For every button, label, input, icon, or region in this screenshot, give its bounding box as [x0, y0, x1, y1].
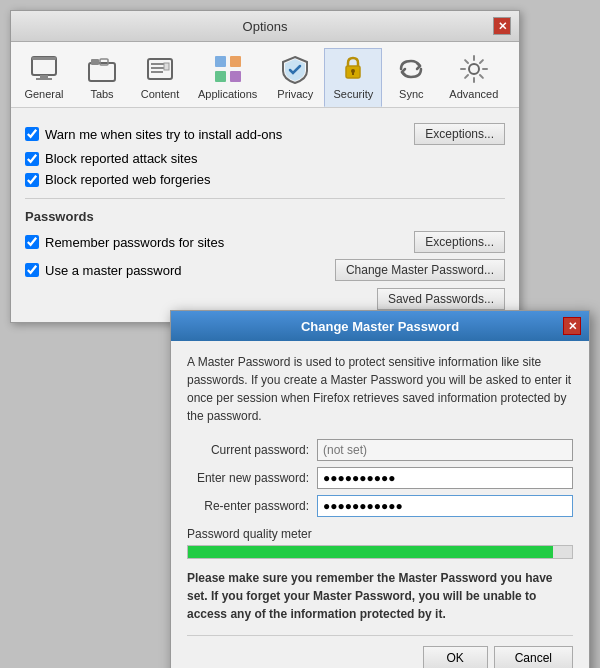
advanced-icon	[458, 53, 490, 85]
tab-security-label: Security	[333, 88, 373, 100]
reenter-password-row: Re-enter password:	[187, 495, 573, 517]
dialog-description: A Master Password is used to protect sen…	[187, 353, 573, 425]
tab-tabs[interactable]: Tabs	[73, 48, 131, 107]
tab-security[interactable]: Security	[324, 48, 382, 107]
quality-bar-background	[187, 545, 573, 559]
options-titlebar: Options ✕	[11, 11, 519, 42]
dialog-cancel-button[interactable]: Cancel	[494, 646, 573, 668]
reenter-password-input[interactable]	[317, 495, 573, 517]
tab-advanced[interactable]: Advanced	[440, 48, 507, 107]
quality-bar-fill	[188, 546, 553, 558]
remember-passwords-label: Remember passwords for sites	[45, 235, 224, 250]
general-icon	[28, 53, 60, 85]
dialog-title: Change Master Password	[197, 319, 563, 334]
master-password-checkbox[interactable]	[25, 263, 39, 277]
current-password-row: Current password:	[187, 439, 573, 461]
block-attack-checkbox[interactable]	[25, 152, 39, 166]
saved-passwords-button[interactable]: Saved Passwords...	[377, 288, 505, 310]
security-icon	[337, 53, 369, 85]
warn-addons-label: Warn me when sites try to install add-on…	[45, 127, 282, 142]
warn-addons-row: Warn me when sites try to install add-on…	[25, 120, 505, 148]
svg-rect-3	[40, 75, 48, 78]
svg-rect-18	[352, 71, 354, 75]
options-title: Options	[37, 19, 493, 34]
content-icon	[144, 53, 176, 85]
change-master-password-dialog: Change Master Password ✕ A Master Passwo…	[170, 310, 590, 668]
tab-tabs-label: Tabs	[90, 88, 113, 100]
block-attack-label: Block reported attack sites	[45, 151, 197, 166]
quality-meter-label: Password quality meter	[187, 527, 573, 541]
tab-sync-label: Sync	[399, 88, 423, 100]
warn-addons-checkbox[interactable]	[25, 127, 39, 141]
change-master-password-button[interactable]: Change Master Password...	[335, 259, 505, 281]
tab-privacy[interactable]: Privacy	[266, 48, 324, 107]
dialog-buttons: OK Cancel	[187, 635, 573, 668]
svg-rect-1	[32, 57, 56, 60]
tab-content[interactable]: Content	[131, 48, 189, 107]
new-password-row: Enter new password:	[187, 467, 573, 489]
svg-rect-2	[36, 78, 52, 80]
svg-rect-13	[230, 56, 241, 67]
new-password-input[interactable]	[317, 467, 573, 489]
dialog-titlebar: Change Master Password ✕	[171, 311, 589, 341]
svg-rect-8	[151, 63, 165, 65]
new-password-label: Enter new password:	[187, 471, 317, 485]
dialog-ok-button[interactable]: OK	[423, 646, 488, 668]
security-content: Warn me when sites try to install add-on…	[11, 108, 519, 322]
tab-general-label: General	[24, 88, 63, 100]
svg-rect-5	[91, 59, 99, 65]
tab-applications[interactable]: Applications	[189, 48, 266, 107]
tab-applications-label: Applications	[198, 88, 257, 100]
tabs-icon	[86, 53, 118, 85]
passwords-exceptions-button[interactable]: Exceptions...	[414, 231, 505, 253]
tab-advanced-label: Advanced	[449, 88, 498, 100]
quality-meter-section: Password quality meter	[187, 527, 573, 559]
svg-point-19	[469, 64, 479, 74]
block-forgeries-label: Block reported web forgeries	[45, 172, 210, 187]
tab-sync[interactable]: Sync	[382, 48, 440, 107]
tab-general[interactable]: General	[15, 48, 73, 107]
privacy-icon	[279, 53, 311, 85]
section-divider	[25, 198, 505, 199]
tab-content-label: Content	[141, 88, 180, 100]
current-password-label: Current password:	[187, 443, 317, 457]
options-close-button[interactable]: ✕	[493, 17, 511, 35]
tab-privacy-label: Privacy	[277, 88, 313, 100]
block-forgeries-row: Block reported web forgeries	[25, 169, 505, 190]
dialog-content: A Master Password is used to protect sen…	[171, 341, 589, 668]
svg-rect-14	[215, 71, 226, 82]
current-password-input[interactable]	[317, 439, 573, 461]
block-forgeries-checkbox[interactable]	[25, 173, 39, 187]
svg-rect-12	[215, 56, 226, 67]
options-window: Options ✕ General	[10, 10, 520, 323]
dialog-close-button[interactable]: ✕	[563, 317, 581, 335]
svg-rect-10	[151, 71, 163, 73]
remember-passwords-row: Remember passwords for sites Exceptions.…	[25, 228, 505, 256]
svg-rect-11	[164, 63, 169, 70]
master-password-label: Use a master password	[45, 263, 182, 278]
svg-rect-15	[230, 71, 241, 82]
passwords-section-title: Passwords	[25, 209, 505, 224]
sync-icon	[395, 53, 427, 85]
warn-addons-exceptions-button[interactable]: Exceptions...	[414, 123, 505, 145]
block-attack-row: Block reported attack sites	[25, 148, 505, 169]
reenter-password-label: Re-enter password:	[187, 499, 317, 513]
warning-text: Please make sure you remember the Master…	[187, 569, 573, 623]
remember-passwords-checkbox[interactable]	[25, 235, 39, 249]
options-toolbar: General Tabs	[11, 42, 519, 108]
applications-icon	[212, 53, 244, 85]
master-password-row: Use a master password Change Master Pass…	[25, 256, 505, 284]
